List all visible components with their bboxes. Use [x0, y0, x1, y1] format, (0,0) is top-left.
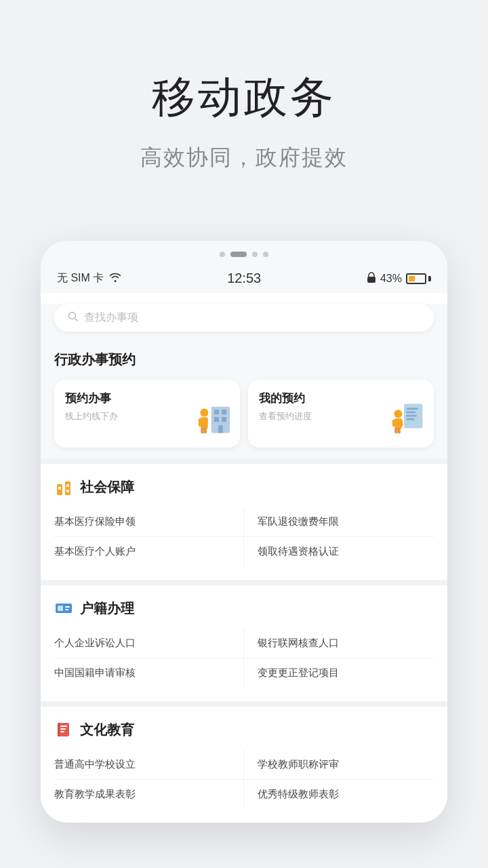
- category-title-0: 社会保障: [80, 478, 134, 496]
- indicator-dot-active: [230, 252, 247, 257]
- list-item[interactable]: 优秀特级教师表彰: [244, 780, 434, 809]
- svg-rect-30: [66, 490, 69, 492]
- indicator-dot: [263, 252, 268, 257]
- category-icon-1: [54, 599, 73, 618]
- category-header-2: 文化教育: [54, 720, 434, 739]
- svg-rect-38: [60, 731, 64, 732]
- section-divider: [41, 701, 447, 707]
- category-grid-0: 基本医疗保险申领军队退役缴费年限基本医疗个人账户领取待遇资格认证: [54, 507, 434, 566]
- wifi-icon: [109, 273, 121, 285]
- svg-rect-23: [398, 420, 403, 427]
- category-title-2: 文化教育: [80, 721, 134, 739]
- svg-rect-0: [367, 277, 375, 283]
- list-item[interactable]: 军队退役缴费年限: [244, 507, 434, 537]
- status-time: 12:53: [227, 271, 261, 286]
- list-item[interactable]: 基本医疗保险申领: [54, 507, 244, 537]
- svg-rect-22: [392, 420, 396, 427]
- svg-rect-11: [199, 418, 202, 427]
- svg-rect-7: [222, 417, 226, 422]
- hero-subtitle: 高效协同，政府提效: [140, 143, 348, 173]
- svg-point-20: [394, 410, 402, 418]
- svg-rect-25: [398, 428, 401, 434]
- list-item[interactable]: 中国国籍申请审核: [54, 658, 244, 688]
- card2-illustration: [388, 395, 428, 442]
- category-section-0: 社会保障基本医疗保险申领军队退役缴费年限基本医疗个人账户领取待遇资格认证: [41, 464, 447, 580]
- svg-point-9: [200, 408, 208, 416]
- svg-rect-14: [204, 428, 207, 434]
- status-bar: 无 SIM 卡 12:53 43%: [41, 264, 447, 293]
- list-item[interactable]: 变更更正登记项目: [244, 658, 434, 688]
- section-divider: [41, 580, 447, 585]
- svg-rect-34: [65, 609, 68, 610]
- svg-rect-6: [214, 417, 219, 422]
- category-title-1: 户籍办理: [80, 599, 134, 618]
- svg-rect-18: [406, 415, 416, 417]
- card1-illustration: [194, 395, 235, 442]
- lock-icon: [367, 272, 376, 285]
- appointment-card-2[interactable]: 我的预约 查看预约进度: [248, 380, 434, 448]
- appointment-card-1[interactable]: 预约办事 线上约线下办: [54, 380, 240, 448]
- phone-mockup: 无 SIM 卡 12:53 43%: [41, 241, 447, 823]
- list-item[interactable]: 领取待遇资格认证: [244, 537, 434, 566]
- svg-rect-13: [201, 428, 203, 434]
- category-header-0: 社会保障: [54, 477, 434, 496]
- svg-rect-17: [406, 412, 415, 414]
- svg-rect-5: [222, 410, 226, 414]
- hero-title: 移动政务: [152, 68, 336, 127]
- appointment-cards: 预约办事 线上约线下办: [41, 380, 447, 458]
- svg-rect-12: [204, 418, 207, 427]
- svg-rect-29: [66, 484, 69, 487]
- hero-section: 移动政务 高效协同，政府提效: [0, 0, 488, 214]
- list-item[interactable]: 教育教学成果表彰: [54, 780, 244, 809]
- status-left: 无 SIM 卡: [57, 271, 121, 285]
- category-icon-2: [54, 720, 73, 739]
- search-icon: [68, 311, 79, 325]
- search-bar[interactable]: 查找办事项: [54, 304, 434, 332]
- svg-rect-39: [58, 723, 60, 736]
- section-divider: [41, 458, 447, 464]
- svg-rect-27: [65, 481, 70, 495]
- battery-percent: 43%: [380, 273, 402, 285]
- svg-line-2: [75, 318, 78, 321]
- svg-rect-33: [65, 606, 70, 608]
- list-item[interactable]: 银行联网核查人口: [244, 629, 434, 658]
- svg-rect-36: [60, 726, 67, 727]
- category-grid-1: 个人企业诉讼人口银行联网核查人口中国国籍申请审核变更更正登记项目: [54, 629, 434, 688]
- list-item[interactable]: 普通高中学校设立: [54, 750, 244, 780]
- svg-rect-32: [58, 606, 63, 611]
- svg-rect-8: [218, 425, 223, 433]
- search-placeholder: 查找办事项: [84, 311, 138, 325]
- app-content: 查找办事项 行政办事预约 预约办事 线上约线下办: [41, 304, 447, 823]
- list-item[interactable]: 个人企业诉讼人口: [54, 629, 244, 658]
- list-item[interactable]: 学校教师职称评审: [244, 750, 434, 780]
- svg-rect-19: [406, 418, 414, 420]
- svg-rect-16: [406, 408, 418, 410]
- category-icon-0: [54, 477, 73, 496]
- svg-rect-4: [214, 410, 219, 414]
- indicator-dot: [252, 252, 258, 257]
- appointment-section-title: 行政办事预约: [41, 342, 447, 380]
- page-indicator: [41, 241, 447, 264]
- category-grid-2: 普通高中学校设立学校教师职称评审教育教学成果表彰优秀特级教师表彰: [54, 750, 434, 809]
- categories-container: 社会保障基本医疗保险申领军队退役缴费年限基本医疗个人账户领取待遇资格认证 户籍办…: [41, 464, 447, 823]
- category-header-1: 户籍办理: [54, 599, 434, 618]
- battery-icon: [406, 273, 431, 284]
- svg-rect-24: [394, 428, 397, 434]
- list-item[interactable]: 基本医疗个人账户: [54, 537, 244, 566]
- carrier-label: 无 SIM 卡: [57, 271, 104, 285]
- status-right: 43%: [367, 272, 431, 285]
- svg-rect-28: [58, 487, 61, 490]
- indicator-dot: [220, 252, 225, 257]
- svg-rect-37: [60, 728, 66, 730]
- category-section-1: 户籍办理个人企业诉讼人口银行联网核查人口中国国籍申请审核变更更正登记项目: [41, 585, 447, 701]
- category-section-2: 文化教育普通高中学校设立学校教师职称评审教育教学成果表彰优秀特级教师表彰: [41, 707, 447, 823]
